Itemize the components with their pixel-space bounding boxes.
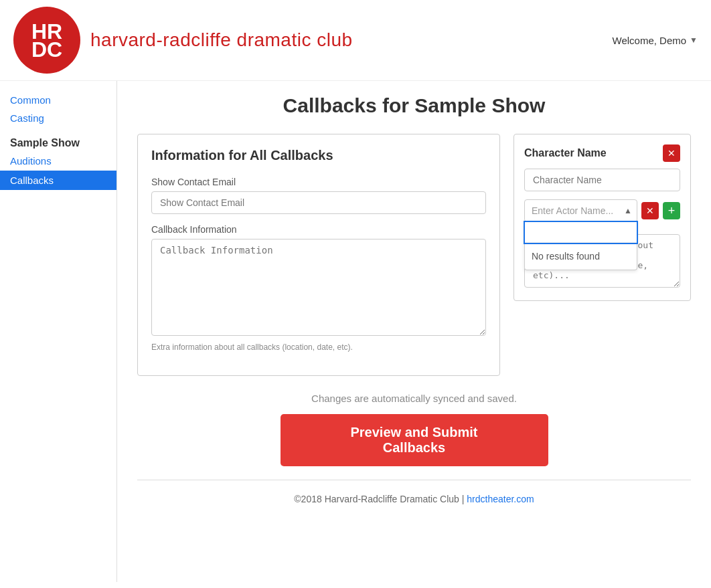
sidebar-section-show: Sample Show Auditions Callbacks (0, 130, 116, 190)
no-results-text: No results found (525, 243, 637, 270)
footer-link[interactable]: hrdctheater.com (467, 494, 534, 504)
character-panel: Character Name ✕ Enter Actor Name... ▲ N… (514, 134, 691, 301)
welcome-text: Welcome, Demo (613, 35, 687, 46)
main-container: Common Casting Sample Show Auditions Cal… (0, 81, 711, 582)
info-panel: Information for All Callbacks Show Conta… (137, 134, 500, 376)
actor-search-input[interactable] (525, 222, 637, 243)
two-col-layout: Information for All Callbacks Show Conta… (137, 134, 691, 376)
contact-email-group: Show Contact Email (151, 177, 486, 214)
actor-row: Enter Actor Name... ▲ No results found ✕… (524, 199, 680, 222)
logo-area: HR DC harvard-radcliffe dramatic club (13, 7, 353, 74)
callback-info-label: Callback Information (151, 224, 486, 235)
chevron-down-icon: ▼ (690, 35, 698, 45)
footer: ©2018 Harvard-Radcliffe Dramatic Club | … (137, 480, 691, 518)
footer-copyright: ©2018 Harvard-Radcliffe Dramatic Club | (294, 494, 467, 504)
bottom-section: Changes are automatically synced and sav… (137, 393, 691, 466)
character-title: Character Name (524, 147, 607, 159)
remove-actor-button[interactable]: ✕ (641, 202, 659, 219)
logo-icon: HR DC (13, 7, 80, 74)
actor-dropdown: No results found (524, 222, 637, 270)
contact-email-label: Show Contact Email (151, 177, 486, 187)
remove-character-button[interactable]: ✕ (663, 144, 680, 162)
sidebar-show-title: Sample Show (0, 130, 116, 151)
actor-select-wrapper: Enter Actor Name... ▲ No results found (524, 199, 637, 222)
sidebar-section-common: Common Casting (0, 91, 116, 127)
callback-hint: Extra information about all callbacks (l… (151, 342, 486, 352)
submit-callbacks-button[interactable]: Preview and Submit Callbacks (281, 414, 548, 466)
site-name: harvard-radcliffe dramatic club (90, 29, 353, 51)
welcome-dropdown[interactable]: Welcome, Demo ▼ (613, 35, 698, 46)
character-header: Character Name ✕ (524, 144, 680, 162)
character-name-input[interactable] (524, 169, 680, 191)
sidebar-item-common[interactable]: Common (0, 91, 116, 109)
contact-email-input[interactable] (151, 191, 486, 214)
info-panel-heading: Information for All Callbacks (151, 148, 486, 163)
page-title: Callbacks for Sample Show (137, 94, 691, 117)
sidebar-item-callbacks[interactable]: Callbacks (0, 171, 116, 190)
actor-select[interactable]: Enter Actor Name... (524, 199, 637, 222)
sidebar-item-casting[interactable]: Casting (0, 109, 116, 127)
add-actor-button[interactable]: + (663, 202, 680, 219)
content-area: Callbacks for Sample Show Information fo… (117, 81, 711, 582)
callback-info-textarea[interactable] (151, 239, 486, 336)
sync-text: Changes are automatically synced and sav… (137, 393, 691, 404)
sidebar-item-auditions[interactable]: Auditions (0, 151, 116, 171)
callback-info-group: Callback Information Extra information a… (151, 224, 486, 352)
sidebar: Common Casting Sample Show Auditions Cal… (0, 81, 117, 582)
header: HR DC harvard-radcliffe dramatic club We… (0, 0, 711, 81)
